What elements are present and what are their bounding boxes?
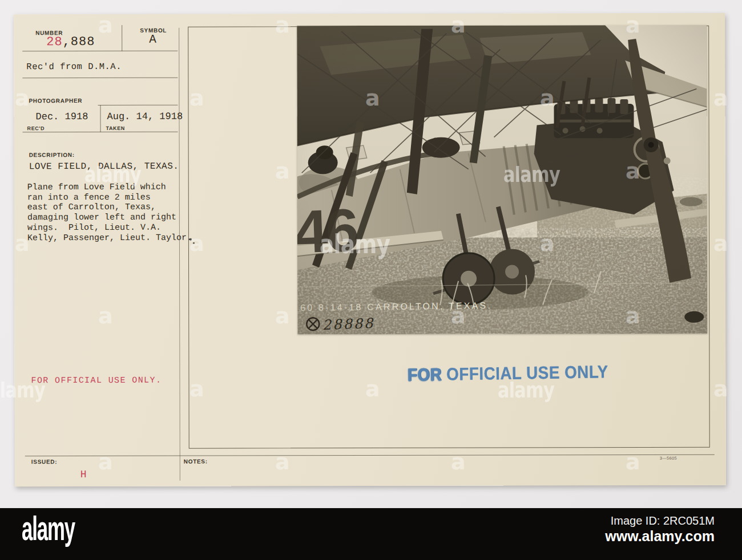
divider-line [100,105,100,132]
description-paragraph: Plane from Love Field which ran into a f… [14,13,725,15]
issued-value: H [80,469,87,480]
paper-speck [189,238,192,241]
description-line: east of Carrolton, Texas, [27,202,156,212]
divider-line [22,78,178,79]
taken-date-label: TAKEN [106,125,125,131]
number-value-rest: ,888 [63,35,95,49]
description-title: LOVE FIELD, DALLAS, TEXAS. [29,161,179,172]
alamy-logo: alamy [22,509,75,548]
number-value-red: 28 [46,35,62,49]
aircraft-photo-svg: 46 60 8-14-18 CARROLTON, T [297,25,707,335]
divider-line [22,51,178,52]
divider-line [179,28,180,481]
notes-label: NOTES: [184,458,208,465]
paper-speck [193,242,195,244]
aircraft-photograph: 46 60 8-14-18 CARROLTON, T [297,25,707,335]
divider-line [98,105,178,105]
description-line: ran into a fence 2 miles [27,193,151,202]
divider-line [25,455,715,457]
description-label: DESCRIPTION: [29,152,75,158]
received-from-line: Rec'd from D.M.A. [26,62,122,72]
description-line: Kelly, Passenger, Lieut. Taylor. [27,233,192,244]
photographer-label: PHOTOGRAPHER [29,98,82,104]
taken-date: Aug. 14, 1918 [107,111,183,122]
description-line: Plane from Love Field which [27,182,166,193]
form-number: 3—5605 [660,456,677,461]
description-line: wings. Pilot, Lieut. V.A. [27,223,161,233]
alamy-footer-bar: alamy Image ID: 2RC051M www.alamy.com [0,508,742,560]
divider-line [23,132,178,133]
archive-photo-card: NUMBER 28,888 SYMBOL A Rec'd from D.M.A.… [14,13,726,487]
description-line: damaging lower left and right [27,213,176,223]
received-date: Dec. 1918 [35,111,88,122]
official-use-typed: FOR OFFICIAL USE ONLY. [31,376,162,385]
official-use-stamp-for: FOR [407,364,442,385]
official-use-stamp: FOR OFFICIAL USE ONLY [407,362,608,385]
vignette [297,25,707,335]
official-use-stamp-rest: OFFICIAL USE ONLY [446,362,608,384]
divider-line [122,25,122,51]
symbol-value: A [149,33,156,46]
number-value: 28,888 [46,35,95,49]
issued-label: ISSUED: [31,458,57,465]
image-id-text: Image ID: 2RC051M [611,514,715,527]
received-date-label: REC'D [27,125,45,131]
alamy-url-text: www.alamy.com [605,528,715,545]
